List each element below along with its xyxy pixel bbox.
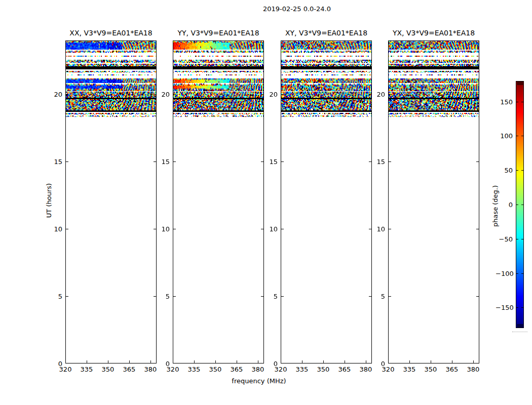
y-tick-label: 10	[262, 225, 278, 233]
x-tick-label: 350	[102, 366, 115, 373]
y-tick-label: 15	[370, 158, 385, 166]
y-axis-label: UT (hours)	[45, 183, 53, 218]
colorbar-tick-label: −50	[496, 235, 513, 242]
x-tick-label: 335	[296, 366, 309, 373]
x-tick-label: 350	[209, 366, 222, 373]
x-axis-label: frequency (MHz)	[232, 377, 286, 385]
figure: 2019-02-25 0.0-24.0 XX, V3*V9=EA01*EA18 …	[0, 0, 532, 405]
x-tick-label: 365	[231, 366, 243, 373]
y-tick-label: 0	[370, 360, 385, 368]
colorbar-tick-label: 50	[496, 167, 513, 174]
panel-title-xx: XX, V3*V9=EA01*EA18	[69, 29, 152, 37]
y-tick-label: 0	[155, 360, 170, 368]
y-tick-label: 20	[47, 91, 62, 98]
x-tick-label: 335	[188, 366, 201, 373]
y-tick-label: 10	[370, 225, 385, 233]
panel-title-xy: XY, V3*V9=EA01*EA18	[285, 29, 367, 37]
x-tick-label: 335	[81, 366, 93, 373]
colorbar-underflow-dots	[512, 332, 527, 332]
x-tick-label: 365	[338, 366, 351, 373]
y-tick-label: 5	[370, 293, 385, 300]
heatmap-panel-yy	[173, 40, 264, 363]
colorbar-tick-label: −100	[496, 269, 513, 277]
panel-title-yy: YY, V3*V9=EA01*EA18	[177, 29, 259, 37]
y-tick-label: 10	[47, 225, 62, 233]
figure-title: 2019-02-25 0.0-24.0	[263, 5, 331, 13]
x-tick-label: 365	[446, 366, 459, 373]
colorbar	[516, 81, 524, 328]
x-tick-label: 365	[123, 366, 136, 373]
y-tick-label: 5	[47, 293, 62, 300]
colorbar-tick-label: 100	[496, 132, 513, 140]
y-tick-label: 0	[262, 360, 278, 368]
y-tick-label: 20	[370, 91, 385, 98]
y-tick-label: 5	[155, 293, 170, 300]
colorbar-tick-label: −150	[496, 304, 513, 311]
x-tick-label: 350	[425, 366, 437, 373]
y-tick-label: 10	[155, 225, 170, 233]
panel-title-yx: YX, V3*V9=EA01*EA18	[393, 29, 475, 37]
y-tick-label: 5	[262, 293, 278, 300]
heatmap-panel-xy	[281, 40, 372, 363]
y-tick-label: 20	[262, 91, 278, 98]
heatmap-panel-xx	[65, 40, 157, 363]
y-tick-label: 0	[47, 360, 62, 368]
colorbar-tick-label: 0	[496, 201, 513, 209]
y-tick-label: 15	[155, 158, 170, 166]
y-tick-label: 15	[262, 158, 278, 166]
y-tick-label: 15	[47, 158, 62, 166]
colorbar-tick-label: 150	[496, 98, 513, 105]
y-tick-label: 20	[155, 91, 170, 98]
x-tick-label: 335	[403, 366, 416, 373]
x-tick-label: 350	[317, 366, 330, 373]
x-tick-label: 380	[467, 366, 480, 373]
heatmap-panel-yx	[388, 40, 479, 363]
